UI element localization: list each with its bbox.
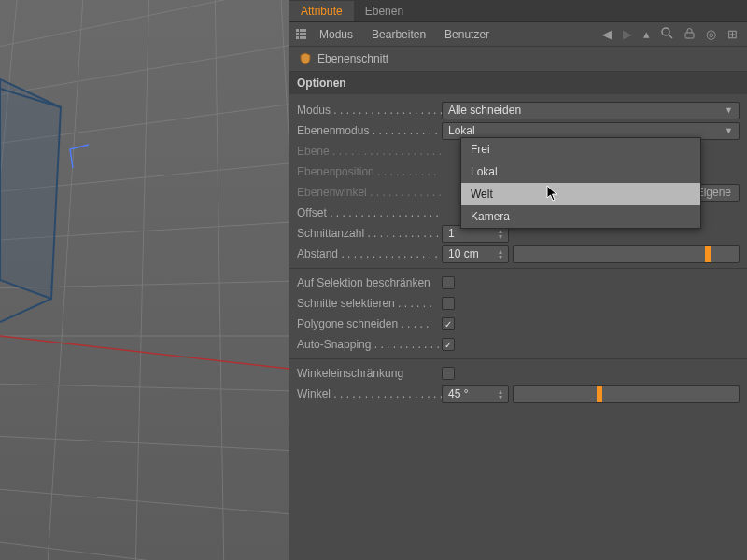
nav-fwd-icon: ▶ — [619, 27, 636, 41]
label-schnitte-selektieren: Schnitte selektieren . . . . . . — [297, 297, 442, 310]
checkbox-auto-snapping[interactable]: ✓ — [442, 338, 455, 351]
label-ebenenposition: Ebenenposition . . . . . . . . . . — [297, 165, 442, 178]
label-auto-snapping: Auto-Snapping . . . . . . . . . . . . — [297, 338, 442, 351]
svg-line-10 — [0, 537, 289, 560]
label-ebenenwinkel: Ebenenwinkel . . . . . . . . . . . . — [297, 186, 442, 199]
lock-icon[interactable] — [681, 27, 698, 42]
dropdown-popup-ebenenmodus[interactable]: Frei Lokal Welt Kamera — [460, 137, 701, 229]
label-modus: Modus . . . . . . . . . . . . . . . . . … — [297, 104, 442, 117]
svg-line-32 — [669, 35, 672, 38]
svg-line-7 — [0, 383, 289, 392]
checkbox-auf-selektion[interactable] — [442, 276, 455, 289]
label-ebenenmodus: Ebenenmodus . . . . . . . . . . . . — [297, 124, 442, 137]
svg-marker-17 — [0, 79, 61, 299]
svg-point-31 — [662, 28, 669, 35]
checkbox-polygone-schneiden[interactable]: ✓ — [442, 317, 455, 330]
svg-rect-24 — [303, 29, 306, 32]
tab-ebenen[interactable]: Ebenen — [354, 1, 415, 21]
section-optionen: Optionen — [289, 72, 747, 94]
checkbox-schnitte-selektieren[interactable] — [442, 297, 455, 310]
checkbox-winkeleinschraenkung[interactable] — [442, 367, 455, 380]
menu-bearbeiten[interactable]: Bearbeiten — [364, 26, 433, 43]
popup-option-frei[interactable]: Frei — [461, 138, 700, 161]
label-ebene: Ebene . . . . . . . . . . . . . . . . . … — [297, 145, 442, 158]
svg-rect-27 — [303, 33, 306, 35]
tab-attribute[interactable]: Attribute — [289, 1, 354, 21]
attribute-menubar: Modus Bearbeiten Benutzer ◀ ▶ ▴ ◎ ⊞ — [289, 22, 747, 47]
dropdown-modus[interactable]: Alle schneiden▼ — [442, 102, 740, 119]
chevron-down-icon: ▼ — [725, 126, 733, 135]
spinner-icon[interactable]: ▴▾ — [499, 229, 502, 239]
label-schnittanzahl: Schnittanzahl . . . . . . . . . . . . . — [297, 227, 442, 240]
slider-winkel[interactable] — [513, 385, 740, 403]
new-icon[interactable]: ⊞ — [724, 27, 741, 41]
attribute-panel: Attribute Ebenen Modus Bearbeiten Benutz… — [289, 0, 747, 560]
svg-line-5 — [0, 37, 289, 103]
svg-rect-28 — [296, 36, 299, 39]
label-auf-selektion: Auf Selektion beschränken — [297, 276, 442, 289]
grid-icon[interactable] — [295, 28, 308, 41]
svg-rect-25 — [296, 33, 299, 35]
input-winkel[interactable]: 45 ° ▴▾ — [442, 385, 509, 403]
svg-line-20 — [70, 145, 89, 149]
svg-rect-23 — [300, 29, 303, 32]
spinner-icon[interactable]: ▴▾ — [499, 389, 502, 399]
svg-rect-29 — [300, 36, 303, 39]
svg-rect-26 — [300, 33, 303, 35]
popup-option-kamera[interactable]: Kamera — [461, 205, 700, 228]
svg-line-19 — [0, 299, 51, 322]
popup-option-welt[interactable]: Welt — [461, 183, 700, 205]
slider-abstand[interactable] — [513, 245, 740, 263]
label-abstand: Abstand . . . . . . . . . . . . . . . . … — [297, 247, 442, 260]
svg-rect-30 — [303, 36, 306, 39]
svg-line-15 — [280, 0, 289, 560]
nav-back-icon[interactable]: ◀ — [599, 27, 615, 41]
svg-rect-33 — [685, 33, 694, 38]
svg-line-14 — [215, 0, 224, 560]
search-icon[interactable] — [657, 27, 677, 42]
object-name: Ebenenschnitt — [317, 52, 388, 65]
svg-line-16 — [0, 336, 289, 369]
object-header: Ebenenschnitt — [289, 47, 747, 72]
nav-up-icon[interactable]: ▴ — [640, 27, 654, 41]
chevron-down-icon: ▼ — [725, 105, 733, 115]
3d-viewport[interactable] — [0, 0, 289, 560]
svg-rect-22 — [296, 29, 299, 32]
svg-line-13 — [135, 0, 149, 560]
svg-line-6 — [0, 0, 289, 56]
label-winkeleinschraenkung: Winkeleinschränkung — [297, 367, 442, 380]
svg-line-21 — [70, 149, 73, 168]
menu-modus[interactable]: Modus — [312, 26, 360, 43]
svg-line-9 — [0, 485, 289, 518]
svg-line-8 — [0, 434, 289, 453]
input-abstand[interactable]: 10 cm ▴▾ — [442, 245, 509, 263]
label-polygone-schneiden: Polygone schneiden . . . . . — [297, 317, 442, 330]
target-icon[interactable]: ◎ — [702, 27, 720, 41]
label-offset: Offset . . . . . . . . . . . . . . . . .… — [297, 206, 442, 219]
spinner-icon[interactable]: ▴▾ — [499, 249, 502, 259]
popup-option-lokal[interactable]: Lokal — [461, 161, 700, 183]
label-winkel: Winkel . . . . . . . . . . . . . . . . .… — [297, 387, 442, 400]
shield-icon — [299, 52, 312, 65]
menu-benutzer[interactable]: Benutzer — [437, 26, 497, 43]
panel-tabs: Attribute Ebenen — [289, 0, 747, 22]
